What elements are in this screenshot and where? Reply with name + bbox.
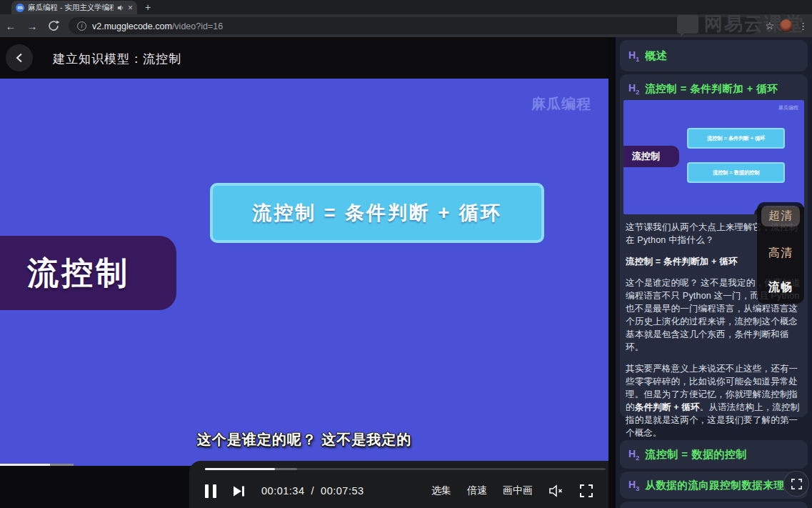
- tab-title: 麻瓜编程 - 实用主义学编程: [28, 3, 114, 13]
- fullscreen-button[interactable]: [580, 484, 593, 497]
- quality-option-liuchang[interactable]: 流畅: [768, 280, 793, 295]
- url-host: v2.mugglecode.com: [92, 21, 172, 31]
- browser-toolbar: ← → i v2.mugglecode.com/video?id=16: [0, 14, 812, 37]
- thumbnail-side-label: 流控制: [623, 146, 679, 167]
- thumbnail-watermark: 麻瓜编程: [778, 104, 798, 111]
- profile-avatar[interactable]: [780, 19, 793, 32]
- course-header: 建立知识模型：流控制: [0, 37, 608, 79]
- next-episode-button[interactable]: [232, 484, 246, 498]
- note-card-h2-second[interactable]: H2 流控制 = 数据的控制: [620, 440, 808, 469]
- heading-level-label: H3: [628, 479, 639, 492]
- player-column: 建立知识模型：流控制 麻瓜编程 流控制 = 条件判断 + 循环 流控制 这个是谁…: [0, 37, 608, 508]
- url-bar[interactable]: i v2.mugglecode.com/video?id=16: [69, 17, 758, 34]
- url-path: /video?id=16: [172, 21, 223, 31]
- chevron-left-icon: [15, 53, 24, 63]
- edge-progress-bar[interactable]: [0, 464, 74, 466]
- video-subtitle: 这个是谁定的呢？ 这不是我定的: [0, 430, 608, 449]
- quality-option-gaoqing[interactable]: 高清: [768, 246, 793, 261]
- note-card-h1[interactable]: H1 概述: [620, 40, 808, 71]
- heading-level-label: H2: [628, 82, 639, 96]
- slide-formula-box: 流控制 = 条件判断 + 循环: [210, 183, 544, 243]
- video-watermark: 麻瓜编程: [531, 94, 591, 114]
- back-button[interactable]: [6, 44, 33, 71]
- back-nav-icon[interactable]: ←: [0, 20, 21, 32]
- page-info-icon[interactable]: i: [77, 21, 86, 31]
- slide-side-label-text: 流控制: [27, 252, 130, 294]
- note-heading-text: 概述: [645, 49, 667, 63]
- thumbnail-formula-box-bottom: 流控制 = 数据的控制: [687, 162, 785, 183]
- control-row: 00:01:34 / 00:07:53 选集 倍速 画中画: [189, 477, 608, 505]
- expand-brackets-icon: [791, 479, 802, 489]
- note-card-h3[interactable]: H3 从数据的流向跟控制数据来理: [620, 472, 808, 499]
- video-frame[interactable]: 麻瓜编程 流控制 = 条件判断 + 循环 流控制 这个是谁定的呢？ 这不是我定的: [0, 79, 608, 466]
- note-paragraph-3: 其实要严格意义上来说还不止这些，还有一些零零碎碎的，比如说你可能会知道异常处理。…: [623, 362, 804, 439]
- quality-menu: 超清 高清 流畅: [757, 202, 804, 304]
- heading-level-label: H2: [628, 448, 639, 462]
- note-heading-text: 流控制 = 数据的控制: [645, 448, 747, 462]
- heading-level-label: H1: [628, 49, 639, 63]
- pip-button[interactable]: 画中画: [503, 484, 533, 497]
- pause-button[interactable]: [205, 484, 216, 498]
- sidebar-expand-button[interactable]: [783, 471, 809, 497]
- note-heading-text: 流控制 = 条件判断加 + 循环: [645, 82, 778, 96]
- note-heading-text: 从数据的流向跟控制数据来理: [645, 479, 784, 492]
- quality-option-chaoqing[interactable]: 超清: [761, 206, 800, 226]
- new-tab-button[interactable]: +: [145, 1, 151, 13]
- note-slide-thumbnail[interactable]: 麻瓜编程 流控制 = 条件判断 + 循环 流控制 流控制 = 数据的控制: [623, 100, 804, 214]
- reload-icon[interactable]: [43, 20, 64, 31]
- browser-menu-icon[interactable]: ⋮: [798, 21, 808, 31]
- tab-close-icon[interactable]: ×: [128, 4, 133, 11]
- tab-favicon-icon: m: [16, 4, 24, 12]
- toolbar-right-group: ☆ ⋮: [765, 14, 812, 37]
- lesson-title: 建立知识模型：流控制: [53, 51, 181, 67]
- thumbnail-formula-box-top: 流控制 = 条件判断 + 循环: [687, 128, 785, 149]
- note-card-partial[interactable]: [620, 502, 808, 508]
- browser-tab[interactable]: m 麻瓜编程 - 实用主义学编程 ×: [11, 1, 137, 14]
- volume-muted-icon[interactable]: [548, 484, 564, 497]
- speed-button[interactable]: 倍速: [467, 484, 487, 497]
- seek-played: [205, 468, 275, 470]
- seek-bar[interactable]: [205, 468, 606, 470]
- forward-nav-icon[interactable]: →: [21, 20, 43, 32]
- episodes-button[interactable]: 选集: [431, 484, 451, 497]
- app-root: m 麻瓜编程 - 实用主义学编程 × + ← → i v2.mugglecode…: [0, 0, 812, 508]
- tab-audio-icon[interactable]: [117, 4, 124, 11]
- video-control-panel: 00:01:34 / 00:07:53 选集 倍速 画中画: [189, 461, 608, 508]
- slide-formula-text: 流控制 = 条件判断 + 循环: [252, 200, 502, 226]
- browser-tab-strip: m 麻瓜编程 - 实用主义学编程 × +: [0, 0, 812, 14]
- slide-side-label-box: 流控制: [0, 236, 176, 310]
- time-display: 00:01:34 / 00:07:53: [261, 485, 364, 497]
- bookmark-star-icon[interactable]: ☆: [765, 20, 774, 31]
